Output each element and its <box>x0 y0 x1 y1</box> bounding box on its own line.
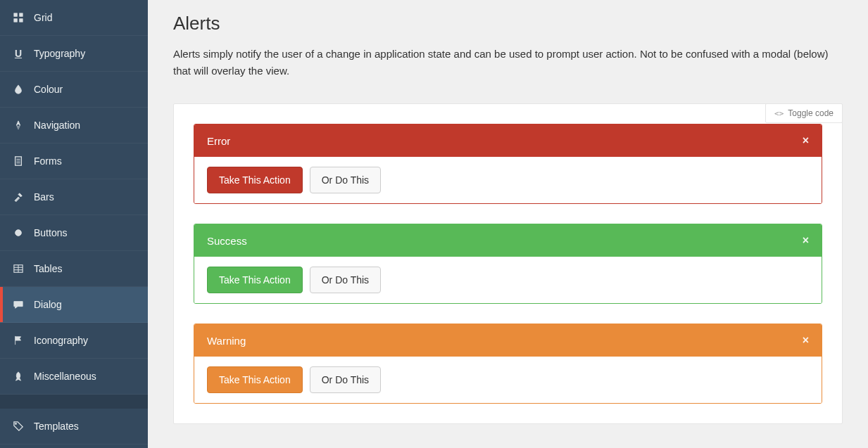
svg-rect-1 <box>20 13 23 16</box>
underline-icon: U <box>13 48 24 59</box>
sidebar-item-label: Dialog <box>34 299 62 310</box>
rocket-icon <box>13 371 24 382</box>
file-icon <box>13 155 24 167</box>
sidebar-item-buttons[interactable]: Buttons <box>0 215 148 251</box>
alert-header: Success × <box>194 224 822 257</box>
examples-panel: <> Toggle code Error × Take This Action … <box>173 103 843 424</box>
sidebar-item-label: Colour <box>34 84 63 95</box>
chat-icon <box>13 299 24 310</box>
grid-icon <box>13 12 24 23</box>
sidebar-item-miscellaneous[interactable]: Miscellaneous <box>0 359 148 395</box>
alert-error: Error × Take This Action Or Do This <box>194 124 822 204</box>
secondary-action-button[interactable]: Or Do This <box>310 167 381 193</box>
sidebar-item-dialog[interactable]: Dialog <box>0 287 148 323</box>
alert-header: Warning × <box>194 324 822 357</box>
sidebar-item-label: Tables <box>34 263 62 274</box>
svg-rect-2 <box>14 19 17 22</box>
sidebar-item-tables[interactable]: Tables <box>0 251 148 287</box>
sidebar-item-label: Grid <box>34 12 52 23</box>
page-description: Alerts simply notify the user of a chang… <box>173 46 835 79</box>
sidebar-item-label: Bars <box>34 191 54 203</box>
primary-action-button[interactable]: Take This Action <box>207 267 303 293</box>
sidebar-item-navigation[interactable]: Navigation <box>0 108 148 143</box>
svg-rect-3 <box>20 19 23 22</box>
close-icon[interactable]: × <box>803 334 809 347</box>
sidebar-item-label: Templates <box>34 421 79 432</box>
sidebar-item-bars[interactable]: Bars <box>0 179 148 215</box>
sidebar-item-templates[interactable]: Templates <box>0 409 148 444</box>
alert-warning: Warning × Take This Action Or Do This <box>194 324 822 404</box>
alert-title: Success <box>207 235 247 247</box>
alert-header: Error × <box>194 124 822 157</box>
main-content: Alerts Alerts simply notify the user of … <box>148 0 868 448</box>
toggle-code-button[interactable]: <> Toggle code <box>765 103 843 123</box>
alert-body: Take This Action Or Do This <box>194 157 822 203</box>
alert-success: Success × Take This Action Or Do This <box>194 224 822 304</box>
toggle-code-label: Toggle code <box>788 108 834 118</box>
page-title: Alerts <box>173 13 843 34</box>
alert-title: Warning <box>207 335 246 347</box>
flag-icon <box>13 335 24 346</box>
tools-icon <box>13 191 24 203</box>
sidebar-item-typography[interactable]: U Typography <box>0 36 148 72</box>
primary-action-button[interactable]: Take This Action <box>207 366 303 393</box>
code-icon: <> <box>774 109 784 118</box>
svg-point-8 <box>15 230 22 236</box>
svg-rect-0 <box>14 13 17 16</box>
alert-body: Take This Action Or Do This <box>194 357 822 403</box>
sidebar-item-colour[interactable]: Colour <box>0 72 148 108</box>
sidebar-item-label: Buttons <box>34 227 67 238</box>
svg-point-13 <box>15 423 16 424</box>
sidebar-item-label: Navigation <box>34 120 80 131</box>
droplet-icon <box>13 84 24 95</box>
sidebar-item-label: Iconography <box>34 335 88 346</box>
sidebar-item-forms[interactable]: Forms <box>0 143 148 179</box>
circle-icon <box>13 227 24 238</box>
alert-title: Error <box>207 135 230 147</box>
sidebar-item-iconography[interactable]: Iconography <box>0 323 148 359</box>
sidebar-item-label: Forms <box>34 155 62 167</box>
secondary-action-button[interactable]: Or Do This <box>310 366 381 393</box>
primary-action-button[interactable]: Take This Action <box>207 167 303 193</box>
sidebar-item-label: Typography <box>34 48 85 59</box>
sidebar-item-label: Miscellaneous <box>34 371 96 382</box>
close-icon[interactable]: × <box>803 234 809 247</box>
secondary-action-button[interactable]: Or Do This <box>310 267 381 293</box>
sidebar-item-grid[interactable]: Grid <box>0 0 148 36</box>
compass-icon <box>13 120 24 131</box>
table-icon <box>13 263 24 274</box>
sidebar-divider <box>0 395 148 409</box>
sidebar: Grid U Typography Colour Navigation Form… <box>0 0 148 448</box>
alert-body: Take This Action Or Do This <box>194 257 822 303</box>
tag-icon <box>13 421 24 432</box>
close-icon[interactable]: × <box>803 134 809 147</box>
